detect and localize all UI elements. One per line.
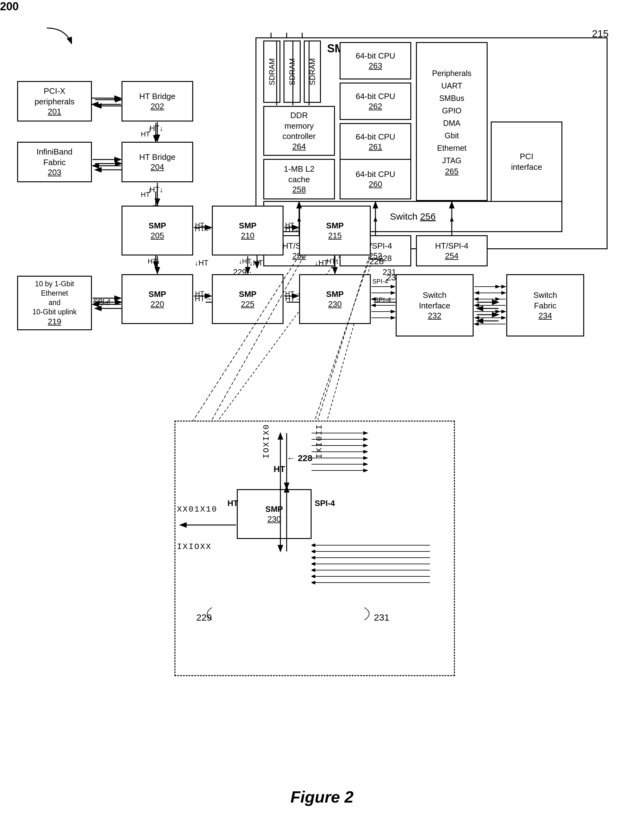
ht-detail-label: HT [227, 499, 238, 508]
cpu-261-label: 64-bit CPU [355, 132, 395, 142]
ht-conn-5: HT↓ [148, 257, 160, 266]
sdram-2-label: SDRAM [288, 58, 297, 85]
label-231-detail: 231 [374, 612, 389, 623]
ht-label-5: ↓HT [195, 259, 208, 267]
ht-bridge-204-box: HT Bridge 204 [122, 142, 193, 182]
ht-bridge-202-label: HT Bridge [139, 91, 176, 102]
ixioxx-text: IXIOXX [177, 542, 212, 552]
smp-220-num: 220 [150, 300, 164, 309]
peripherals-265-box: PeripheralsUARTSMBusGPIODMAGbitEthernetJ… [416, 42, 488, 201]
arrow-200 [40, 25, 78, 50]
cpu-260-box: 64-bit CPU 260 [340, 159, 411, 199]
cpu-261-num: 261 [369, 142, 382, 152]
smp-210-box: SMP 210 [212, 205, 284, 255]
label-200: 200 [0, 0, 19, 13]
cpu-263-label: 64-bit CPU [355, 51, 395, 61]
smp-205-num: 205 [150, 231, 164, 241]
switch-fabric-234-label: SwitchFabric [533, 290, 558, 311]
spi4-detail-label: SPI-4 [315, 499, 335, 508]
infiniband-num: 203 [48, 168, 61, 177]
ht-bridge-202-num: 202 [150, 102, 164, 111]
label-229-main: 229-· [233, 267, 252, 277]
peripherals-num: 265 [445, 167, 458, 176]
pci-interface-box: PCIinterface [491, 122, 562, 202]
smp-230-detail-num: 230 [267, 514, 281, 524]
ht-conn-2b: HT [141, 191, 150, 199]
ht-conn-3b: → [202, 226, 209, 234]
label-228-detail: ← 228 [287, 453, 312, 463]
smp-225-box: SMP 225 [212, 274, 284, 324]
smp-215-small-label: SMP [326, 221, 344, 231]
smp-230-detail-label: SMP [266, 504, 283, 515]
cpu-262-num: 262 [369, 102, 382, 111]
smp-220-label: SMP [148, 289, 166, 300]
spi4-eth: SPI-4 [93, 300, 108, 307]
figure-caption: Figure 2 [0, 788, 644, 806]
pcix-label: PCI-Xperipherals [35, 86, 75, 107]
ht-spi4-254-box: HT/SPI-4 254 [416, 235, 488, 266]
smp-225-num: 225 [241, 300, 254, 309]
ddr-controller-box: DDRmemorycontroller 264 [263, 106, 335, 156]
detail-dashed-box [175, 420, 455, 676]
cpu-262-label: 64-bit CPU [355, 91, 395, 102]
ht-bridge-202-box: HT Bridge 202 [122, 81, 193, 122]
switch-interface-232-num: 232 [428, 311, 441, 321]
switch-fabric-234-box: SwitchFabric 234 [506, 274, 584, 337]
infiniband-box: InfiniBandFabric 203 [17, 142, 92, 182]
ethernet-219-box: 10 by 1-GbitEthernetand10-Gbit uplink 21… [17, 276, 92, 330]
smp-225-label: SMP [239, 289, 256, 300]
cpu-263-box: 64-bit CPU 263 [340, 42, 411, 79]
ht-bridge-204-num: 204 [150, 162, 164, 172]
sdram-2-box: SDRAM [284, 40, 301, 103]
ht-conn-7: HT↓ [326, 257, 339, 266]
ht-bridge-204-label: HT Bridge [139, 152, 176, 163]
smp-215-small-box: SMP 215 [299, 205, 371, 255]
ddr-num: 264 [292, 142, 306, 151]
cpu-261-box: 64-bit CPU 261 [340, 123, 411, 161]
pcix-num: 201 [48, 107, 61, 116]
sdram-3-box: SDRAM [304, 40, 321, 103]
ht-spi4-254-label: HT/SPI-4 [435, 241, 469, 252]
ht-conn-8: HT→ [195, 290, 211, 298]
smp-220-box: SMP 220 [122, 274, 193, 324]
ht-label-1: HT↓ [150, 124, 163, 133]
sdram-1-box: SDRAM [263, 40, 280, 103]
smp-205-label: SMP [148, 221, 166, 231]
smp-230-num: 230 [328, 300, 341, 309]
ixi0ii-text: IXI0II [315, 424, 324, 459]
smp-230-label: SMP [326, 289, 344, 300]
ethernet-219-num: 219 [48, 317, 61, 326]
ht-label-2: HT↓ [150, 185, 163, 194]
ht-label-6: ↓HT [249, 259, 263, 267]
ddr-label: DDRmemorycontroller [283, 110, 316, 142]
sdram-3-label: SDRAM [308, 58, 317, 85]
pcix-box: PCI-Xperipherals 201 [17, 81, 92, 122]
spi4-smp230: SPI-4 [372, 278, 388, 285]
cpu-262-box: 64-bit CPU 262 [340, 83, 411, 120]
sdram-1-label: SDRAM [268, 58, 276, 85]
l2cache-label: 1-MB L2cache [284, 164, 314, 185]
ht-conn-4b: → [292, 226, 299, 234]
ioxix0-text: IOXIX0 [262, 424, 271, 459]
l2cache-box: 1-MB L2cache 258 [263, 159, 335, 199]
xx01x10-text: XX01X10 [177, 505, 218, 514]
ethernet-219-label: 10 by 1-GbitEthernetand10-Gbit uplink [32, 280, 77, 317]
switch-256-label: Switch 256 [390, 211, 436, 222]
ht-spi4-254-num: 254 [445, 251, 458, 261]
label-231-main: 231 [383, 267, 396, 277]
peripherals-label: PeripheralsUARTSMBusGPIODMAGbitEthernetJ… [432, 67, 471, 167]
infiniband-label: InfiniBandFabric [37, 147, 73, 168]
diagram-container: 200 215 SDRAM SDRAM SDRAM SMP DDRmemoryc… [0, 0, 644, 825]
pci-interface-label: PCIinterface [511, 151, 542, 173]
l2cache-num: 258 [292, 185, 306, 195]
si-sf-arrows [475, 280, 506, 344]
ht-conn-9: HT→ [285, 290, 301, 298]
spi4-label-2: SPI-4 [374, 296, 391, 304]
smp-210-label: SMP [239, 221, 256, 231]
ht-vertical-detail: HT [273, 464, 285, 474]
smp-210-num: 210 [241, 231, 254, 241]
cpu-260-num: 260 [369, 179, 382, 189]
cpu-263-num: 263 [369, 61, 382, 71]
ht-conn-6: ↓HT [239, 257, 251, 266]
switch-interface-232-box: SwitchInterface 232 [396, 274, 474, 337]
